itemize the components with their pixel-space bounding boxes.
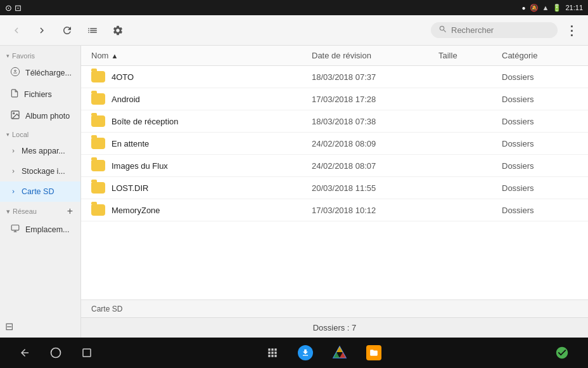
- table-row[interactable]: Boîte de réception 18/03/2018 07:38 Doss…: [81, 110, 588, 133]
- sidebar-item-label: Fichiers: [24, 90, 52, 99]
- sidebar-item-label: Album photo: [25, 112, 70, 121]
- add-network-button[interactable]: +: [66, 206, 74, 217]
- main-content: ▾ Favoris Télécharge... Fichiers Album p…: [0, 46, 588, 338]
- folder-icon: [91, 93, 105, 105]
- file-category-cell: Dossiers: [502, 183, 578, 193]
- table-row[interactable]: Android 17/03/2018 17:28 Dossiers: [81, 88, 588, 110]
- sidebar-item-mes-appareils[interactable]: Mes appar...: [0, 141, 80, 161]
- folder-icon: [91, 138, 105, 149]
- file-category-cell: Dossiers: [502, 139, 578, 148]
- col-name: Nom ▲: [91, 51, 312, 60]
- status-left-icons: ⊙ ⊡: [5, 3, 22, 13]
- svg-point-6: [51, 348, 61, 358]
- files-app-button[interactable]: [366, 345, 381, 360]
- sidebar-section-favoris: ▾ Favoris: [0, 48, 80, 62]
- sidebar-item-carte-sd[interactable]: Carte SD: [0, 181, 80, 202]
- svg-marker-11: [340, 352, 346, 358]
- file-name-cell: MemoryZone: [91, 204, 312, 216]
- list-view-button[interactable]: [81, 19, 104, 42]
- file-date-cell: 24/02/2018 08:07: [312, 161, 438, 171]
- file-name-cell: En attente: [91, 138, 312, 149]
- back-button[interactable]: [5, 19, 28, 42]
- table-row[interactable]: En attente 24/02/2018 08:09 Dossiers: [81, 133, 588, 155]
- col-date: Date de révision: [312, 51, 438, 60]
- count-bar: Dossiers : 7: [81, 317, 588, 338]
- file-list: 4OTO 18/03/2018 07:37 Dossiers Android 1…: [81, 66, 588, 299]
- drive-app-button[interactable]: [332, 345, 347, 360]
- nav-bar: [0, 338, 588, 368]
- sidebar-item-label: Télécharge...: [25, 69, 72, 77]
- monitor-icon: [10, 224, 20, 235]
- file-category-cell: Dossiers: [502, 72, 578, 82]
- nav-bar-app-shortcuts: [266, 345, 381, 360]
- folder-icon: [91, 71, 105, 82]
- file-category-cell: Dossiers: [502, 95, 578, 104]
- more-options-button[interactable]: ⋮: [560, 19, 583, 42]
- table-row[interactable]: LOST.DIR 20/03/2018 11:55 Dossiers: [81, 177, 588, 199]
- svg-rect-3: [11, 225, 19, 230]
- image-icon: [10, 110, 20, 122]
- table-row[interactable]: 4OTO 18/03/2018 07:37 Dossiers: [81, 66, 588, 88]
- app-notification-icon2: ⊡: [15, 3, 22, 13]
- file-name-cell: LOST.DIR: [91, 182, 312, 194]
- sidebar-item-fichiers[interactable]: Fichiers: [0, 84, 80, 105]
- status-bar: ⊙ ⊡ ● 🔕 ▲ 🔋 21:11: [0, 0, 588, 15]
- forward-button[interactable]: [30, 19, 53, 42]
- time-display: 21:11: [565, 4, 583, 11]
- battery-icon: 🔋: [553, 4, 561, 12]
- sidebar-item-label: Stockage i...: [22, 167, 65, 176]
- sim-icon: ●: [522, 4, 526, 11]
- nav-bar-system-buttons: [19, 346, 93, 359]
- network-status-button[interactable]: [555, 346, 569, 360]
- settings-button[interactable]: [106, 19, 129, 42]
- download-icon: [10, 67, 20, 79]
- file-date-cell: 18/03/2018 07:37: [312, 72, 438, 82]
- file-category-cell: Dossiers: [502, 206, 578, 215]
- toolbar: ⋮: [0, 15, 588, 46]
- file-category-cell: Dossiers: [502, 161, 578, 171]
- sidebar-item-emplacements[interactable]: Emplacem...: [0, 220, 80, 240]
- sidebar-item-label: Mes appar...: [22, 147, 65, 155]
- back-nav-button[interactable]: [19, 347, 30, 358]
- sidebar-item-stockage[interactable]: Stockage i...: [0, 161, 80, 181]
- svg-marker-9: [333, 352, 340, 358]
- apps-grid-button[interactable]: [266, 346, 279, 359]
- sidebar-item-label: Emplacem...: [25, 225, 69, 234]
- file-date-cell: 20/03/2018 11:55: [312, 183, 438, 193]
- col-size: Taille: [438, 51, 502, 60]
- sidebar: ▾ Favoris Télécharge... Fichiers Album p…: [0, 46, 81, 338]
- sidebar-item-telechargements[interactable]: Télécharge...: [0, 62, 80, 84]
- chevron-down-icon: ▾: [6, 207, 10, 216]
- mute-icon: 🔕: [530, 4, 539, 12]
- refresh-button[interactable]: [56, 19, 79, 42]
- svg-point-2: [13, 113, 15, 114]
- search-input[interactable]: [451, 25, 546, 35]
- file-name-cell: Boîte de réception: [91, 115, 312, 127]
- download-app-button[interactable]: [298, 345, 313, 360]
- status-right-icons: ● 🔕 ▲ 🔋 21:11: [522, 4, 583, 12]
- table-row[interactable]: Images du Flux 24/02/2018 08:07 Dossiers: [81, 155, 588, 177]
- search-box: [431, 22, 558, 38]
- nav-bar-right: [555, 346, 569, 360]
- expand-icon: [10, 166, 16, 177]
- svg-marker-10: [336, 346, 343, 352]
- expand-icon: [10, 145, 16, 157]
- file-date-cell: 17/03/2018 10:12: [312, 206, 438, 215]
- file-panel: Nom ▲ Date de révision Taille Catégorie …: [81, 46, 588, 338]
- sort-arrow-icon: ▲: [111, 52, 118, 60]
- home-nav-button[interactable]: [49, 346, 62, 359]
- folder-icon: [91, 115, 105, 127]
- folder-icon: [91, 160, 105, 171]
- file-date-cell: 18/03/2018 07:38: [312, 117, 438, 126]
- table-row[interactable]: MemoryZone 17/03/2018 10:12 Dossiers: [81, 199, 588, 221]
- folder-icon: [91, 182, 105, 194]
- sidebar-section-reseau: ▾ Réseau +: [0, 202, 80, 220]
- wifi-icon: ▲: [542, 4, 549, 11]
- file-header: Nom ▲ Date de révision Taille Catégorie: [81, 46, 588, 66]
- file-icon: [10, 88, 19, 101]
- sidebar-item-album-photo[interactable]: Album photo: [0, 105, 80, 127]
- file-category-cell: Dossiers: [502, 117, 578, 126]
- expand-active-icon: [10, 186, 16, 197]
- col-category: Catégorie: [502, 51, 578, 60]
- recent-apps-button[interactable]: [81, 347, 93, 358]
